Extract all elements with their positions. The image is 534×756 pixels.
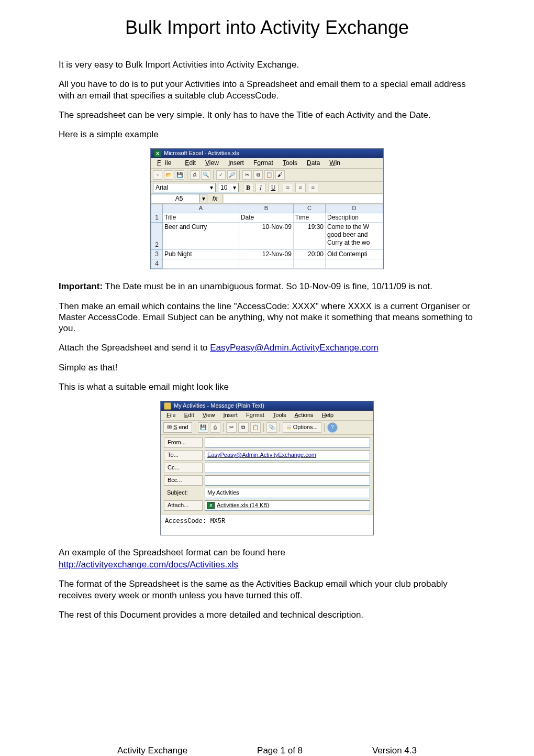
cell[interactable] — [163, 259, 239, 269]
cell[interactable] — [293, 259, 325, 269]
bcc-field[interactable] — [205, 475, 370, 486]
cut-icon[interactable]: ✂ — [242, 170, 252, 180]
formula-bar[interactable] — [223, 194, 383, 203]
cell[interactable]: Pub Night — [163, 250, 239, 259]
page-footer: Activity Exchange Page 1 of 8 Version 4.… — [117, 745, 417, 756]
attach-field[interactable]: X Activities.xls (14 KB) — [205, 500, 370, 511]
outlook-toolbar: ✉ Send 💾 ⎙ ✂ ⧉ 📋 📎 ☰ Options... ? — [161, 421, 373, 435]
paste-icon[interactable]: 📋 — [264, 170, 274, 180]
preview-icon[interactable]: 🔍 — [201, 170, 210, 180]
font-selector[interactable]: Arial ▾ — [153, 183, 216, 192]
copy-icon[interactable]: ⧉ — [253, 170, 263, 180]
cell[interactable] — [326, 259, 383, 269]
bold-button[interactable]: B — [243, 183, 253, 192]
copy-icon[interactable]: ⧉ — [238, 422, 249, 433]
menu-file[interactable]: File — [153, 159, 180, 168]
outlook-menubar: File Edit View Insert Format Tools Actio… — [161, 411, 373, 421]
cc-button[interactable]: Cc... — [164, 463, 203, 473]
menu-file[interactable]: File — [163, 411, 180, 420]
from-field[interactable] — [205, 437, 370, 448]
name-box[interactable]: A5 ▾ — [151, 194, 207, 203]
menu-insert[interactable]: Insert — [224, 159, 248, 168]
cell[interactable]: Beer and Curry — [163, 223, 239, 250]
separator — [280, 423, 280, 432]
spell-icon[interactable]: ✓ — [216, 170, 226, 180]
cell[interactable]: Date — [239, 213, 293, 223]
cell[interactable]: 19:30 — [293, 223, 325, 250]
row-header[interactable]: 3 — [151, 250, 163, 259]
email-link[interactable]: EasyPeasy@Admin.ActivityExchange.com — [210, 343, 379, 353]
col-header[interactable]: C — [293, 204, 325, 213]
col-header[interactable]: D — [326, 204, 383, 213]
font-size-selector[interactable]: 10 ▾ — [218, 183, 239, 192]
chevron-down-icon: ▾ — [210, 184, 213, 192]
to-button[interactable]: To... — [164, 450, 203, 461]
cell[interactable]: 10-Nov-09 — [239, 223, 293, 250]
underline-button[interactable]: U — [268, 183, 279, 192]
cell[interactable]: Come to the W good beer and Curry at the… — [326, 223, 383, 250]
align-center-button[interactable]: ≡ — [295, 183, 306, 192]
save-icon[interactable]: 💾 — [198, 422, 208, 433]
new-icon[interactable]: ▫ — [153, 170, 162, 180]
menu-data[interactable]: Data — [303, 159, 324, 168]
important-label: Important: — [59, 281, 103, 291]
print-icon[interactable]: ⎙ — [190, 170, 199, 180]
menu-view[interactable]: View — [201, 159, 223, 168]
italic-button[interactable]: I — [255, 183, 266, 192]
cell[interactable] — [239, 259, 293, 269]
subject-field[interactable]: My Activities — [205, 488, 370, 498]
col-header[interactable]: A — [163, 204, 239, 213]
cut-icon[interactable]: ✂ — [226, 422, 237, 433]
send-button[interactable]: ✉ Send — [163, 422, 192, 433]
format-painter-icon[interactable]: 🖌 — [275, 170, 285, 180]
subject-value: My Activities — [207, 489, 239, 497]
menu-insert[interactable]: Insert — [219, 411, 241, 420]
row-header[interactable]: 2 — [151, 223, 163, 250]
cell[interactable]: 20:00 — [293, 250, 325, 259]
row-header[interactable]: 4 — [151, 259, 163, 269]
align-left-button[interactable]: ≡ — [283, 183, 293, 192]
send-icon: ✉ — [167, 424, 172, 431]
research-icon[interactable]: 🔎 — [227, 170, 237, 180]
attach-icon[interactable]: 📎 — [266, 422, 277, 433]
cell[interactable]: Old Contempti — [326, 250, 383, 259]
attach-button[interactable]: Attach... — [164, 500, 203, 511]
xls-link[interactable]: http://activityexchange.com/docs/Activit… — [59, 560, 238, 569]
cc-field[interactable] — [205, 463, 370, 473]
cell[interactable]: Description — [326, 213, 383, 223]
table-row: 4 — [151, 259, 383, 269]
to-field[interactable]: EasyPeasy@Admin.ActivityExchange.com — [205, 450, 370, 461]
menu-tools[interactable]: Tools — [269, 411, 290, 420]
menu-actions[interactable]: Actions — [291, 411, 317, 420]
help-icon[interactable]: ? — [327, 422, 338, 433]
menu-edit[interactable]: Edit — [181, 411, 198, 420]
menu-format[interactable]: Format — [242, 411, 268, 420]
menu-window[interactable]: Win — [325, 159, 344, 168]
menu-edit[interactable]: Edit — [181, 159, 200, 168]
bcc-button[interactable]: Bcc... — [164, 475, 203, 486]
cell[interactable]: Title — [163, 213, 239, 223]
paste-icon[interactable]: 📋 — [250, 422, 261, 433]
print-icon[interactable]: ⎙ — [210, 422, 220, 433]
mail-body[interactable]: AccessCode: MX5R — [161, 514, 373, 535]
open-icon[interactable]: 📂 — [164, 170, 173, 180]
separator — [324, 423, 325, 432]
menu-view[interactable]: View — [199, 411, 219, 420]
from-button[interactable]: From... — [164, 437, 203, 448]
menu-tools[interactable]: Tools — [279, 159, 302, 168]
paragraph: Then make an email which contains the li… — [59, 301, 475, 334]
menu-help[interactable]: Help — [318, 411, 338, 420]
col-header[interactable]: B — [239, 204, 293, 213]
options-button[interactable]: ☰ Options... — [283, 422, 321, 433]
cell[interactable]: 12-Nov-09 — [239, 250, 293, 259]
outlook-header-fields: From... To... EasyPeasy@Admin.ActivityEx… — [161, 435, 373, 514]
menu-format[interactable]: Format — [249, 159, 277, 168]
cell[interactable]: Time — [293, 213, 325, 223]
row-header[interactable]: 1 — [151, 213, 163, 223]
save-icon[interactable]: 💾 — [175, 170, 184, 180]
footer-left: Activity Exchange — [117, 745, 187, 756]
paragraph: Here is a simple example — [59, 129, 475, 140]
align-right-button[interactable]: ≡ — [308, 183, 318, 192]
select-all-corner[interactable] — [151, 204, 163, 213]
paragraph: Simple as that! — [59, 362, 475, 373]
